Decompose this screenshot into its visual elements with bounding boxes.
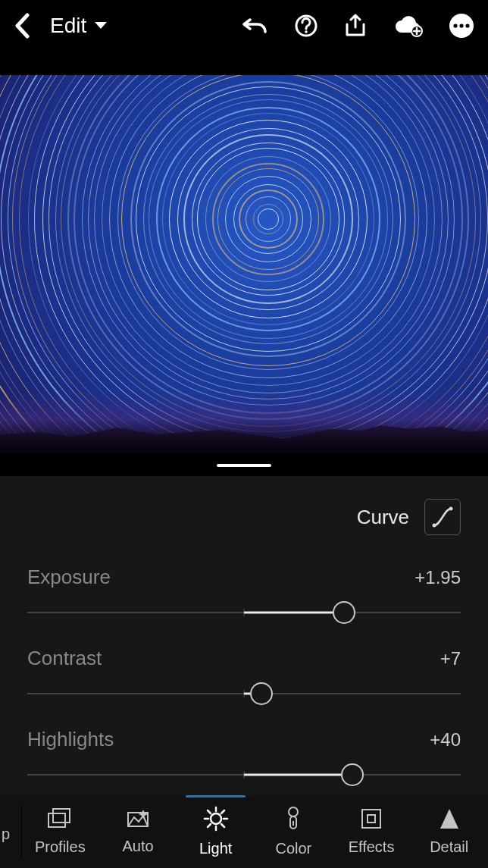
slider-track[interactable]: [27, 601, 461, 624]
slider-track[interactable]: [27, 682, 461, 705]
curve-icon: [431, 506, 454, 528]
mode-dropdown[interactable]: Edit: [50, 14, 108, 38]
svg-rect-10: [48, 813, 65, 827]
svg-line-19: [221, 824, 224, 827]
svg-rect-11: [53, 809, 70, 823]
mode-title: Edit: [50, 14, 86, 38]
tab-color[interactable]: Color: [255, 795, 333, 868]
back-button[interactable]: [14, 13, 30, 39]
tab-effects[interactable]: Effects: [333, 795, 411, 868]
photo-preview[interactable]: [0, 75, 488, 453]
more-button[interactable]: [449, 13, 474, 39]
horizon-silhouette: [0, 407, 488, 453]
light-icon: [203, 806, 229, 835]
svg-rect-26: [368, 815, 375, 823]
help-icon: [294, 14, 318, 38]
more-icon: [449, 13, 474, 39]
profiles-icon: [47, 807, 73, 834]
slider-thumb[interactable]: [333, 601, 355, 624]
share-icon: [344, 14, 367, 38]
chevron-left-icon: [14, 13, 30, 39]
tab-label: Profiles: [35, 838, 86, 856]
undo-icon: [242, 15, 268, 36]
svg-point-1: [305, 30, 308, 33]
undo-button[interactable]: [242, 15, 268, 36]
tab-label: Auto: [122, 838, 153, 855]
slider-value: +7: [440, 648, 461, 669]
svg-line-18: [208, 810, 211, 813]
curve-button[interactable]: [424, 499, 461, 535]
cloud-sync-button[interactable]: [393, 14, 423, 37]
slider-label: Contrast: [27, 647, 102, 670]
slider-label: Highlights: [27, 728, 114, 751]
tab-label: Color: [275, 840, 311, 857]
chevron-down-icon: [94, 21, 108, 30]
svg-rect-25: [362, 810, 380, 828]
svg-point-22: [289, 807, 298, 816]
slider-contrast: Contrast+7: [27, 647, 461, 705]
tab-detail[interactable]: Detail: [410, 795, 488, 868]
top-toolbar: Edit: [0, 0, 488, 52]
svg-point-5: [453, 24, 457, 27]
tab-auto[interactable]: Auto: [99, 795, 177, 868]
svg-line-21: [221, 810, 224, 813]
curve-label: Curve: [357, 506, 409, 529]
slider-track[interactable]: [27, 763, 461, 786]
svg-point-6: [459, 24, 463, 27]
slider-value: +40: [430, 729, 461, 750]
detail-icon: [440, 807, 459, 834]
tab-label: Detail: [430, 838, 468, 856]
slider-value: +1.95: [414, 567, 461, 588]
bottom-toolbar: p ProfilesAutoLightColorEffectsDetail: [0, 795, 488, 868]
slider-exposure: Exposure+1.95: [27, 566, 461, 624]
svg-point-9: [449, 507, 453, 511]
svg-point-8: [433, 524, 436, 528]
tab-profiles[interactable]: Profiles: [21, 795, 99, 868]
cloud-plus-icon: [393, 14, 423, 37]
auto-icon: [125, 808, 151, 833]
panel-drag-handle[interactable]: [217, 464, 271, 467]
tab-label: p: [2, 826, 10, 843]
image-preview-area: [0, 52, 488, 476]
tab-label: Effects: [349, 838, 395, 856]
slider-highlights: Highlights+40: [27, 728, 461, 786]
svg-point-13: [211, 813, 221, 824]
slider-thumb[interactable]: [341, 763, 364, 786]
crop-tab-partial[interactable]: p: [0, 795, 21, 868]
svg-line-20: [208, 824, 211, 827]
help-button[interactable]: [294, 14, 318, 38]
light-panel: Curve Exposure+1.95Contrast+7Highlights+…: [0, 476, 488, 795]
color-icon: [285, 806, 302, 835]
tab-label: Light: [199, 840, 232, 857]
slider-label: Exposure: [27, 566, 111, 589]
slider-thumb[interactable]: [250, 682, 273, 705]
share-button[interactable]: [344, 14, 367, 38]
effects-icon: [360, 807, 383, 834]
tab-light[interactable]: Light: [177, 795, 255, 868]
svg-point-7: [465, 24, 469, 27]
